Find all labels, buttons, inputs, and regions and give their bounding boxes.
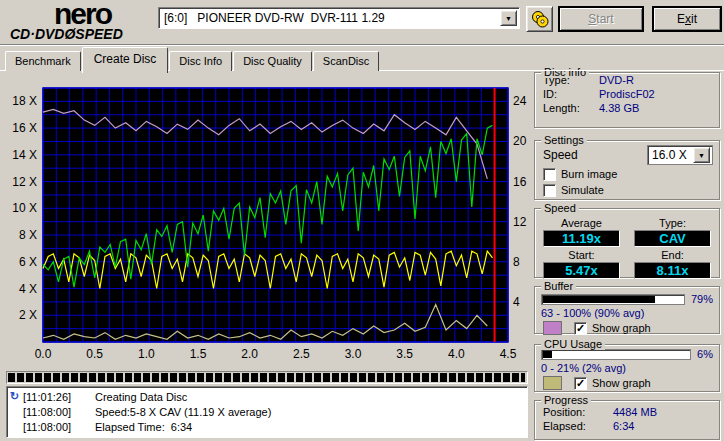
progress-title: Progress [541, 394, 591, 406]
svg-text:2.5: 2.5 [293, 347, 310, 361]
buffer-color-swatch [543, 321, 562, 335]
disc-id-row: ID:ProdiscF02 [535, 87, 719, 101]
svg-text:20: 20 [513, 134, 527, 148]
log-line: ↻ [11:01:26] Creating Data Disc [10, 389, 525, 404]
speed-panel: Speed Average11.19x Type:CAV Start:5.47x… [534, 208, 720, 278]
disc-info-title: Disc info [541, 66, 589, 78]
progress-elapsed-value: 6:34 [613, 420, 634, 433]
speed-select[interactable]: 16.0 X ▼ [647, 145, 713, 165]
cpu-show-graph-checkbox[interactable]: ✓ [574, 377, 587, 390]
speed-type-value: CAV [634, 230, 711, 247]
cpu-show-graph-label: Show graph [592, 377, 651, 389]
svg-text:24: 24 [513, 94, 527, 108]
disc-options-button[interactable] [526, 6, 553, 32]
svg-text:8: 8 [513, 255, 520, 269]
speed-title: Speed [541, 202, 579, 214]
speed-label: Speed [543, 148, 647, 162]
svg-text:10 X: 10 X [12, 201, 37, 215]
simulate-label: Simulate [561, 184, 604, 196]
cpu-usage-title: CPU Usage [541, 338, 605, 350]
nero-logo-text: nero [10, 1, 155, 27]
svg-text:12 X: 12 X [12, 175, 37, 189]
svg-text:1.5: 1.5 [190, 347, 207, 361]
svg-text:0.5: 0.5 [86, 347, 103, 361]
settings-panel: Settings Speed 16.0 X ▼ Burn image Simul… [534, 140, 720, 200]
tab-disc-quality[interactable]: Disc Quality [233, 51, 312, 71]
device-select-value: [6:0] PIONEER DVD-RW DVR-111 1.29 [159, 11, 500, 25]
buffer-show-graph-checkbox[interactable]: ✓ [574, 322, 587, 335]
progress-panel: Progress Position:4484 MB Elapsed:6:34 [534, 400, 720, 440]
buffer-percent: 79% [691, 293, 713, 305]
disc-glyph-icon: Ø [64, 26, 75, 42]
exit-button[interactable]: Exit [652, 6, 722, 32]
simulate-checkbox[interactable] [543, 184, 556, 197]
write-speed-chart: 2 X4 X6 X8 X10 X12 X14 X16 X18 X48121620… [6, 78, 530, 370]
discs-icon [530, 9, 550, 29]
tab-create-disc[interactable]: Create Disc [82, 47, 169, 73]
chevron-down-icon: ▼ [505, 15, 512, 22]
buffer-meter-fill [543, 296, 655, 303]
svg-text:1.0: 1.0 [138, 347, 155, 361]
tab-benchmark[interactable]: Benchmark [5, 51, 81, 71]
disc-length-row: Length:4.38 GB [535, 101, 719, 115]
svg-text:3.0: 3.0 [345, 347, 362, 361]
burn-image-label: Burn image [561, 168, 617, 180]
cd-dvd-speed-logo-text: CD·DVDØSPEED [10, 27, 155, 41]
speed-start-value: 5.47x [543, 262, 620, 279]
svg-text:14 X: 14 X [12, 148, 37, 162]
start-button[interactable]: Start [558, 6, 644, 32]
tab-strip: Benchmark Create Disc Disc Info Disc Qua… [5, 47, 380, 71]
svg-text:4.5: 4.5 [500, 347, 517, 361]
disc-type-value: DVD-R [599, 74, 634, 87]
svg-text:0.0: 0.0 [35, 347, 52, 361]
svg-text:6 X: 6 X [19, 255, 37, 269]
log-line: [11:08:00] Elapsed Time: 6:34 [10, 419, 525, 434]
device-select[interactable]: [6:0] PIONEER DVD-RW DVR-111 1.29 ▼ [158, 7, 520, 29]
cpu-usage-panel: CPU Usage 6% 0 - 21% (2% avg) ✓ Show gra… [534, 344, 720, 392]
svg-text:18 X: 18 X [12, 94, 37, 108]
overall-progress-fill [8, 373, 525, 382]
buffer-panel: Buffer 79% 63 - 100% (90% avg) ✓ Show gr… [534, 286, 720, 334]
nero-cd-dvd-speed-window: nero CD·DVDØSPEED [6:0] PIONEER DVD-RW D… [0, 0, 724, 441]
svg-text:16: 16 [513, 175, 527, 189]
log-status-icon: ↻ [10, 390, 23, 403]
svg-text:4.0: 4.0 [448, 347, 465, 361]
log-line: [11:08:00] Speed:5-8 X CAV (11.19 X aver… [10, 404, 525, 419]
svg-text:2.0: 2.0 [241, 347, 258, 361]
speed-end-label: End: [634, 249, 711, 261]
progress-elapsed-row: Elapsed:6:34 [535, 419, 719, 433]
tab-scandisc[interactable]: ScanDisc [313, 51, 379, 71]
cpu-meter [541, 349, 691, 360]
speed-start-label: Start: [543, 249, 620, 261]
disc-length-value: 4.38 GB [599, 102, 639, 115]
buffer-range: 63 - 100% (90% avg) [535, 305, 719, 319]
progress-position-value: 4484 MB [613, 406, 657, 419]
speed-average-label: Average [543, 217, 620, 229]
cpu-meter-fill [543, 351, 552, 358]
svg-text:12: 12 [513, 215, 527, 229]
svg-text:4: 4 [513, 295, 520, 309]
buffer-meter [541, 294, 685, 305]
speed-select-dropdown-button[interactable]: ▼ [693, 147, 710, 163]
buffer-show-graph-label: Show graph [592, 322, 651, 334]
chevron-down-icon: ▼ [698, 152, 705, 159]
svg-text:4 X: 4 X [19, 282, 37, 296]
svg-text:8 X: 8 X [19, 228, 37, 242]
disc-id-value: ProdiscF02 [599, 88, 655, 101]
speed-select-value: 16.0 X [648, 148, 693, 162]
burn-image-checkbox[interactable] [543, 168, 556, 181]
svg-text:3.5: 3.5 [396, 347, 413, 361]
status-log: ↻ [11:01:26] Creating Data Disc [11:08:0… [6, 386, 528, 438]
settings-title: Settings [541, 134, 587, 146]
speed-end-value: 8.11x [634, 262, 711, 279]
svg-text:2 X: 2 X [19, 308, 37, 322]
progress-position-row: Position:4484 MB [535, 405, 719, 419]
tab-disc-info[interactable]: Disc Info [169, 51, 232, 71]
overall-progress-bar [6, 371, 528, 384]
nero-logo: nero CD·DVDØSPEED [10, 1, 155, 41]
device-select-dropdown-button[interactable]: ▼ [500, 10, 517, 26]
header-separator [0, 44, 724, 46]
cpu-range: 0 - 21% (2% avg) [535, 360, 719, 374]
cpu-color-swatch [543, 376, 562, 390]
disc-info-panel: Disc info Type:DVD-R ID:ProdiscF02 Lengt… [534, 72, 720, 128]
